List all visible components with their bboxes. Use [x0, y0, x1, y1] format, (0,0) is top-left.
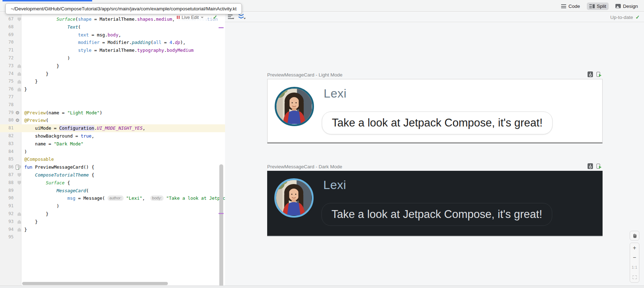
line-number: 74 [0, 70, 14, 78]
run-on-device-icon[interactable] [596, 163, 601, 169]
line-number: 75 [0, 78, 14, 85]
message-bubble: Take a look at Jetpack Compose, it's gre… [322, 111, 553, 134]
fold-marker-up[interactable] [18, 80, 21, 84]
fold-marker-up[interactable] [18, 220, 21, 224]
view-mode-code-button[interactable]: Code [559, 3, 582, 10]
fold-marker-down[interactable] [18, 173, 21, 177]
code-line[interactable]: 71 style = MaterialTheme.typography.body… [0, 46, 225, 54]
code-line[interactable]: 86fun PreviewMessageCard() { [0, 163, 225, 171]
line-number: 78 [0, 101, 14, 109]
code-line[interactable]: 83 name = "Dark Mode" [0, 140, 225, 148]
code-line[interactable]: 89 MessageCard( [0, 187, 225, 195]
code-line[interactable]: 95 [0, 233, 225, 241]
message-card-preview: Lexi Take a look at Jetpack Compose, it'… [267, 79, 603, 143]
code-text: } [24, 70, 49, 78]
compose-preview-pane: Up-to-date ✓ PreviewMessageCard - Light … [225, 12, 644, 285]
double-chevron-down-icon[interactable] [239, 14, 244, 19]
fold-marker-up[interactable] [18, 72, 21, 76]
zoom-out-button[interactable]: − [630, 253, 639, 263]
interactive-preview-icon[interactable] [588, 71, 593, 77]
fold-marker-down[interactable] [18, 181, 21, 185]
code-line[interactable]: 79⚙@Preview(name = "Light Mode") [0, 109, 225, 117]
fold-marker-up[interactable] [18, 64, 21, 68]
code-text: } [24, 62, 59, 70]
avatar [275, 87, 314, 126]
code-text: ) [24, 202, 59, 210]
code-line[interactable]: 92 } [0, 210, 225, 218]
code-lines: 67 Surface(shape = MaterialTheme.shapes.… [0, 15, 225, 241]
code-line[interactable]: 81 uiMode = Configuration.UI_MODE_NIGHT_… [0, 124, 225, 132]
code-line[interactable]: 85@Composable [0, 155, 225, 163]
line-number: 70 [0, 39, 14, 46]
code-text: } [24, 218, 38, 226]
line-number: 77 [0, 93, 14, 101]
code-line[interactable]: 84) [0, 148, 225, 156]
code-line[interactable]: 82 showBackground = true, [0, 132, 225, 140]
fold-marker-up[interactable] [18, 212, 21, 216]
run-on-device-icon[interactable] [596, 71, 601, 77]
code-line[interactable]: 74 } [0, 70, 225, 78]
line-number: 69 [0, 31, 14, 39]
code-text: fun PreviewMessageCard() { [24, 163, 94, 171]
code-line[interactable]: 93 } [0, 218, 225, 226]
line-number: 73 [0, 62, 14, 70]
status-strip [0, 285, 644, 288]
code-line[interactable]: 73 } [0, 62, 225, 70]
hand-icon [632, 233, 638, 239]
code-line[interactable]: 88 Surface { [0, 179, 225, 187]
pan-button[interactable] [630, 231, 639, 240]
code-text: Surface { [24, 179, 70, 187]
code-line[interactable]: 76} [0, 85, 225, 93]
code-text: @Preview(name = "Light Mode") [24, 109, 102, 117]
scrollbar-mark[interactable] [219, 27, 224, 28]
fold-marker-up[interactable] [18, 88, 21, 91]
code-text: style = MaterialTheme.typography.bodyMed… [24, 46, 194, 54]
zoom-actual-button[interactable]: 1:1 [630, 263, 639, 273]
view-mode-design-button[interactable]: Design [613, 3, 640, 10]
code-text: name = "Dark Mode" [24, 140, 84, 148]
code-line[interactable]: 87 ComposeTutorialTheme { [0, 171, 225, 179]
fold-marker-up[interactable] [18, 228, 21, 232]
code-line[interactable]: 77 [0, 93, 225, 101]
code-line[interactable]: 91 ) [0, 202, 225, 210]
line-number: 90 [0, 194, 14, 202]
code-line[interactable]: 78 [0, 101, 225, 109]
code-line[interactable]: 75 } [0, 78, 225, 85]
code-text: ) [24, 54, 70, 62]
line-number: 81 [0, 124, 14, 132]
code-text: modifier = Modifier.padding(all = 4.dp), [24, 39, 186, 46]
code-line[interactable]: 68 Text( [0, 23, 225, 31]
view-mode-split-button[interactable]: Split [587, 3, 609, 10]
code-text: } [24, 226, 27, 234]
zoom-in-button[interactable]: + [630, 243, 639, 253]
interactive-preview-icon[interactable] [588, 163, 593, 169]
gear-icon[interactable]: ⚙ [15, 109, 21, 117]
preview-panel-header: PreviewMessageCard - Light Mode [267, 71, 603, 78]
zoom-to-fit-button[interactable] [630, 273, 639, 283]
code-line[interactable]: 70 modifier = Modifier.padding(all = 4.d… [0, 39, 225, 46]
editor-vertical-scrollbar[interactable] [219, 164, 223, 285]
line-number: 93 [0, 218, 14, 226]
author-name: Lexi [323, 178, 346, 192]
live-edit-chip[interactable]: Live Edit [174, 14, 207, 21]
code-line[interactable]: 80⚙@Preview( [0, 116, 225, 124]
scrollbar-mark[interactable] [219, 213, 224, 214]
preview-title: PreviewMessageCard - Light Mode [267, 72, 343, 78]
code-line[interactable]: 69 text = msg.body, [0, 31, 225, 39]
editor-horizontal-scrollbar[interactable] [22, 282, 168, 285]
live-edit-label: Live Edit [182, 15, 199, 20]
code-text: MessageCard( [24, 187, 89, 195]
active-tab-indicator[interactable] [3, 0, 92, 1]
line-number: 83 [0, 140, 14, 148]
view-options-icon[interactable] [228, 14, 233, 19]
fold-marker-down[interactable] [18, 18, 21, 21]
code-line[interactable]: 90 msg = Message( author: "Lexi", body: … [0, 194, 225, 202]
code-line[interactable]: 94} [0, 226, 225, 234]
line-number: 82 [0, 132, 14, 140]
code-line[interactable]: 72 ) [0, 54, 225, 62]
code-text: } [24, 85, 27, 93]
line-number: 68 [0, 23, 14, 31]
code-editor[interactable]: 67 Surface(shape = MaterialTheme.shapes.… [0, 12, 225, 285]
line-number: 88 [0, 179, 14, 187]
gear-icon[interactable]: ⚙ [15, 116, 21, 124]
